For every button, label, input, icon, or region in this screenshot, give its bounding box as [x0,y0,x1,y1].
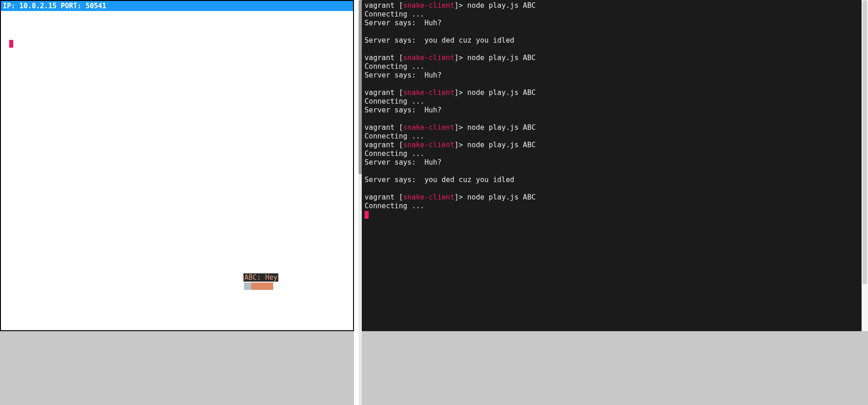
terminal-scrollbar[interactable] [862,0,868,331]
snake-segment [251,283,273,290]
pane-divider[interactable] [359,0,362,405]
snake-segment [244,283,251,290]
pane-gap [354,0,359,405]
prompt-bracket-open: [ [394,54,403,62]
prompt-dir: snake-client [403,89,454,97]
prompt-command: node play.js ABC [467,141,536,149]
prompt-user: vagrant [365,193,394,201]
terminal-line: Server says: you ded cuz you idled [365,176,859,184]
game-server-window: IP: 10.0.2.15 PORT: 50541 ABC: Hey [0,0,354,331]
prompt-dir: snake-client [403,1,454,10]
prompt-bracket-close: ]> [454,1,467,10]
terminal-line: Server says: Huh? [365,71,859,80]
prompt-user: vagrant [365,141,394,149]
prompt-dir: snake-client [403,193,454,201]
terminal-line: Connecting ... [365,150,859,158]
divider-handle-icon[interactable] [359,0,362,174]
terminal-line: Connecting ... [365,10,859,19]
prompt-dir: snake-client [403,141,454,149]
prompt-bracket-open: [ [394,89,403,97]
terminal-line [365,167,859,176]
terminal-line [365,45,859,54]
terminal-line: Connecting ... [365,62,859,71]
prompt-bracket-close: ]> [454,141,467,149]
prompt-bracket-open: [ [394,1,403,10]
terminal-cursor-icon [365,211,369,219]
terminal-line [365,115,859,123]
game-area[interactable]: ABC: Hey [1,11,353,330]
terminal-line: Server says: you ded cuz you idled [365,36,859,45]
prompt-command: node play.js ABC [467,54,536,62]
prompt-bracket-close: ]> [454,123,467,132]
prompt-bracket-close: ]> [454,54,467,62]
terminal-line: Server says: Huh? [365,158,859,167]
prompt-bracket-open: [ [394,141,403,149]
terminal-line: vagrant [snake-client]> node play.js ABC [365,123,859,132]
terminal-line: Server says: Huh? [365,19,859,28]
terminal-line: vagrant [snake-client]> node play.js ABC [365,1,859,10]
port-value: 50541 [86,2,106,10]
prompt-bracket-close: ]> [454,193,467,201]
ip-value: 10.0.2.15 [19,2,56,10]
player-label: ABC: Hey [243,273,278,282]
prompt-command: node play.js ABC [467,123,536,132]
food-icon [9,40,13,48]
terminal-line: Connecting ... [365,132,859,141]
terminal-line: Server says: Huh? [365,106,859,115]
terminal-line: vagrant [snake-client]> node play.js ABC [365,89,859,97]
terminal-line: vagrant [snake-client]> node play.js ABC [365,193,859,202]
status-bar: IP: 10.0.2.15 PORT: 50541 [1,1,353,11]
prompt-user: vagrant [365,89,394,97]
prompt-bracket-open: [ [394,193,403,201]
scrollbar-thumb[interactable] [862,0,867,284]
terminal-line: Connecting ... [365,97,859,106]
prompt-command: node play.js ABC [467,1,536,10]
prompt-dir: snake-client [403,54,454,62]
terminal-line: vagrant [snake-client]> node play.js ABC [365,54,859,62]
terminal-pane[interactable]: vagrant [snake-client]> node play.js ABC… [362,0,862,331]
terminal-line [365,28,859,36]
prompt-user: vagrant [365,123,394,132]
prompt-command: node play.js ABC [467,193,536,201]
port-label: PORT: [61,2,81,10]
prompt-user: vagrant [365,1,394,10]
terminal-line: Connecting ... [365,202,859,211]
terminal-line [365,80,859,89]
terminal-line: vagrant [snake-client]> node play.js ABC [365,141,859,150]
terminal-line [365,211,859,219]
prompt-bracket-open: [ [394,123,403,132]
prompt-dir: snake-client [403,123,454,132]
terminal-line [365,184,859,193]
prompt-command: node play.js ABC [467,89,536,97]
prompt-bracket-close: ]> [454,89,467,97]
prompt-user: vagrant [365,54,394,62]
ip-label: IP: [3,2,15,10]
